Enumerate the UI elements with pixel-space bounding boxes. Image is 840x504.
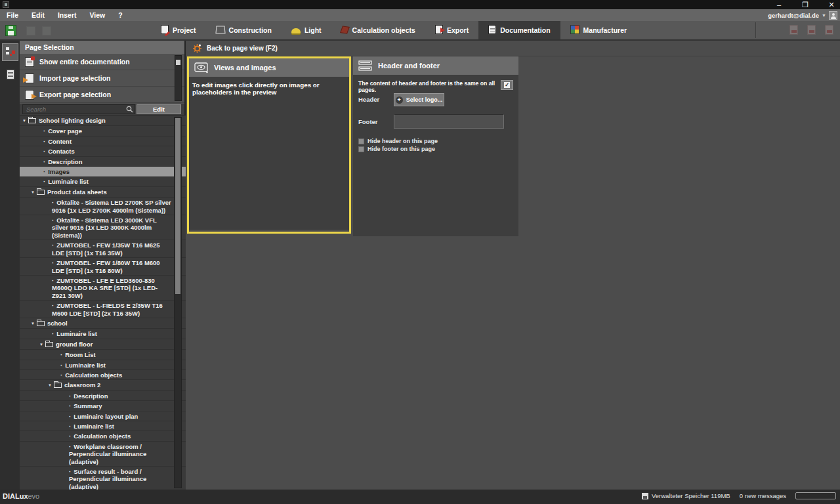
show-entire-documentation-button[interactable]: Show entire documentation [20,54,184,70]
maximize-button[interactable]: ❐ [801,0,810,9]
documentation-page-tree: ▼School lighting design·Cover page·Conte… [20,116,186,490]
tree-page-description[interactable]: ·Description [20,157,186,167]
user-avatar-icon[interactable] [829,11,837,20]
tree-page-room-list[interactable]: ·Room List [20,350,186,360]
hide-footer-checkbox-row[interactable]: Hide footer on this page [358,146,435,152]
app-icon [3,1,9,8]
views-and-images-header[interactable]: Views and images [189,58,349,77]
folder-icon [54,383,62,388]
tree-page-description[interactable]: ·Description [20,391,186,401]
tree-folder-ground-floor[interactable]: ▼ground floor [20,339,186,350]
menu-edit[interactable]: Edit [25,9,51,21]
tree-page-luminaire-list[interactable]: ·Luminaire list [20,177,186,186]
menu-bar: FileEditInsertView? gerhardt@dial.de ▼ [0,9,840,21]
tree-page-luminaire-list[interactable]: ·Luminaire list [20,329,186,339]
user-account-label[interactable]: gerhardt@dial.de [768,12,819,19]
tab-project[interactable]: Project [151,21,206,39]
tree-page-zumtobel-lfe-e-led3600-830-m600q-ldo-ka-sre-std-1x-led-z921-30w[interactable]: ·ZUMTOBEL - LFE E LED3600-830 M600Q LDO … [20,276,186,301]
title-bar: – ❐ ✕ [0,0,840,9]
tree-folder-school-lighting-design[interactable]: ▼School lighting design [20,116,186,126]
tree-page-zumtobel-l-fields-e-2-35w-t16-m600-lde-std-2x-t16-35w[interactable]: ·ZUMTOBEL - L-FIELDS E 2/35W T16 M600 LD… [20,301,186,318]
views-and-images-panel: Views and images To edit images click di… [187,56,351,234]
expand-arrow-icon[interactable]: ▼ [39,341,43,348]
tree-folder-product-data-sheets[interactable]: ▼Product data sheets [20,187,186,198]
tree-page-content[interactable]: ·Content [20,136,186,146]
tree-scrollbar[interactable] [174,117,182,488]
folder-icon [45,342,53,347]
tab-documentation[interactable]: Documentation [478,21,560,39]
tree-folder-school[interactable]: ▼school [20,318,186,329]
tree-page-luminaire-list[interactable]: ·Luminaire list [20,421,186,431]
messages-status[interactable]: 0 new messages [740,492,786,499]
tree-scrollbar-thumb[interactable] [175,118,180,294]
menu-file[interactable]: File [0,9,25,21]
tree-page-cover-page[interactable]: ·Cover page [20,126,186,136]
action-rows: Show entire documentationImport page sel… [20,54,184,103]
tree-folder-classroom-2[interactable]: ▼classroom 2 [20,380,186,390]
rail-page-selection-button[interactable] [2,43,18,61]
same-on-all-pages-toggle[interactable]: ✓ [501,80,513,90]
page-tree-icon [5,47,15,57]
actions-scrollbar[interactable] [175,55,182,101]
tree-item-label: Calculation objects [74,432,131,440]
bullet-icon: · [52,242,54,249]
action-label: Import page selection [39,74,111,82]
hide-header-checkbox-row[interactable]: Hide header on this page [358,138,438,144]
tree-item-label: School lighting design [39,117,106,124]
expand-arrow-icon[interactable]: ▼ [22,117,26,125]
tab-calculation-objects[interactable]: Calculation objects [331,21,425,39]
expand-arrow-icon[interactable]: ▼ [31,189,35,196]
tree-page-calculation-objects[interactable]: ·Calculation objects [20,370,186,380]
hide-footer-checkbox[interactable] [358,146,364,152]
eye-icon [194,62,209,74]
tree-page-summary[interactable]: ·Summary [20,401,186,411]
tree-item-label: ZUMTOBEL - L-FIELDS E 2/35W T16 M600 LDE… [52,302,163,316]
close-button[interactable]: ✕ [827,0,836,9]
export-page-selection-button[interactable]: Export page selection [20,87,184,103]
tree-page-zumtobel-few-1-35w-t16-m625-lde-std-1x-t16-35w[interactable]: ·ZUMTOBEL - FEW 1/35W T16 M625 LDE [STD]… [20,240,186,258]
expand-arrow-icon[interactable]: ▼ [48,382,52,389]
tree-page-zumtobel-few-1-80w-t16-m600-lde-std-1x-t16-80w[interactable]: ·ZUMTOBEL - FEW 1/80W T16 M600 LDE [STD]… [20,258,186,276]
tab-manufacturer[interactable]: Manufacturer [560,21,637,39]
tree-page-calculation-objects[interactable]: ·Calculation objects [20,431,186,441]
minimize-button[interactable]: – [774,0,784,9]
tab-construction[interactable]: Construction [206,21,282,39]
bullet-icon: · [43,148,45,155]
edit-button[interactable]: Edit [136,104,181,114]
tree-page-oktalite-sistema-led-2700k-sp-silver-9016-1x-led-2700k-4000lm-sistema[interactable]: ·Oktalite - Sistema LED 2700K SP silver … [20,198,186,215]
menu-insert[interactable]: Insert [51,9,83,21]
tree-page-surface-result-board-perpendicular-illuminance-adaptive[interactable]: ·Surface result - board / Perpendicular … [20,467,186,490]
tree-page-oktalite-sistema-led-3000k-vfl-silver-9016-1x-led-3000k-4000lm-sistema[interactable]: ·Oktalite - Sistema LED 3000K VFL silver… [20,215,186,240]
tree-page-luminaire-layout-plan[interactable]: ·Luminaire layout plan [20,411,186,421]
header-footer-info-text: The content of header and footer is the … [358,80,497,93]
tree-item-label: Luminaire layout plan [74,413,138,420]
tree-page-luminaire-list[interactable]: ·Luminaire list [20,360,186,370]
header-and-footer-body: The content of header and footer is the … [353,75,518,236]
save-icon[interactable] [5,25,16,36]
back-to-page-view-label: Back to page view (F2) [207,45,278,52]
menu-view[interactable]: View [83,9,112,21]
bullet-icon: · [52,199,54,206]
import-page-selection-button[interactable]: Import page selection [20,70,184,87]
tab-light[interactable]: Light [282,21,331,39]
tree-item-label: ZUMTOBEL - FEW 1/80W T16 M600 LDE [STD] … [52,259,160,274]
search-input[interactable] [22,104,135,114]
tree-item-label: Luminaire list [56,330,97,337]
tree-page-workplane-classroom-perpendicular-illuminance-adaptive[interactable]: ·Workplane classroom / Perpendicular ill… [20,442,186,467]
tree-page-images[interactable]: ·Images [20,167,186,177]
light-icon [291,26,301,35]
back-to-page-view-button[interactable]: Back to page view (F2) [187,41,840,56]
calculation-objects-icon [341,26,348,35]
rail-page-list-button[interactable] [2,66,18,83]
select-logo-button[interactable]: + Select logo... [394,93,444,106]
expand-arrow-icon[interactable]: ▼ [31,320,35,327]
chevron-down-icon: ▼ [822,13,826,18]
menu-[interactable]: ? [112,9,129,21]
footer-input[interactable] [394,114,504,129]
tree-page-contacts[interactable]: ·Contacts [20,146,186,156]
hide-header-checkbox[interactable] [358,138,364,144]
header-and-footer-header[interactable]: Header and footer [353,56,518,75]
folder-icon [37,190,45,195]
tab-export[interactable]: Export [425,21,478,39]
bullet-icon: · [43,178,45,185]
